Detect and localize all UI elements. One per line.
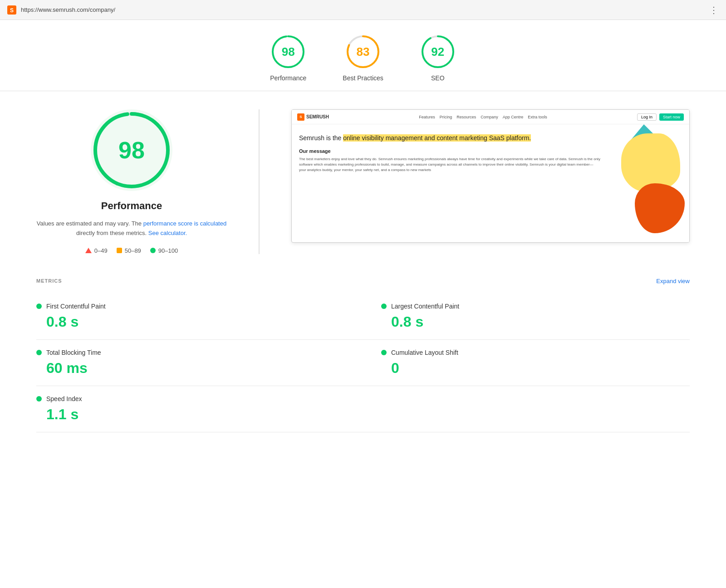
semrush-logo-text: SEMRUSH [306,114,329,119]
metrics-section: METRICS Expand view First Contentful Pai… [0,272,726,451]
metric-value-lcp: 0.8 s [381,314,682,330]
browser-bar-left: S https://www.semrush.com/company/ [7,5,115,15]
metric-value-fcp: 0.8 s [36,314,356,330]
metrics-header: METRICS Expand view [36,272,690,290]
score-value-best-practices: 83 [357,45,370,59]
big-score-value: 98 [118,137,145,164]
screenshot-subhead: Our message [299,148,600,154]
score-item-seo[interactable]: 92 SEO [420,34,456,82]
expand-view-button[interactable]: Expand view [656,278,690,284]
legend: 0–49 50–89 90–100 [85,247,178,254]
score-item-best-practices[interactable]: 83 Best Practices [343,34,383,82]
metric-name-lcp: Largest Contentful Paint [391,303,459,310]
metric-item-tbt: Total Blocking Time 60 ms [36,340,363,386]
score-item-performance[interactable]: 98 Performance [270,34,306,82]
metric-name-fcp: First Contentful Paint [46,303,106,310]
screenshot-topbar: S SEMRUSH Features Pricing Resources Com… [292,110,689,124]
score-value-performance: 98 [282,45,295,59]
browser-bar: S https://www.semrush.com/company/ ⋮ [0,0,726,20]
screenshot-login-btn: Log In [637,113,657,121]
right-panel: S SEMRUSH Features Pricing Resources Com… [291,109,690,243]
orange-square-icon [117,248,122,253]
score-circle-seo: 92 [420,34,456,70]
metric-value-cls: 0 [381,360,682,377]
metric-header-fcp: First Contentful Paint [36,303,356,310]
metric-dot-fcp [36,304,42,309]
highlight-text: online visibility management and content… [343,134,531,142]
main-content: 98 Performance Values are estimated and … [0,91,726,272]
panel-title: Performance [101,200,162,212]
green-circle-icon [150,248,156,253]
metric-dot-si [36,396,42,402]
see-calculator-link[interactable]: See calculator. [148,230,187,236]
screenshot-nav-links: Features Pricing Resources Company App C… [419,115,547,119]
score-label-performance: Performance [270,74,306,82]
panel-divider [259,109,260,254]
performance-score-link[interactable]: performance score is calculated [143,220,227,227]
red-triangle-icon [85,248,92,253]
metric-item-cls: Cumulative Layout Shift 0 [363,340,690,386]
metric-value-si: 1.1 s [36,406,356,423]
favicon-icon: S [7,5,16,15]
legend-item-orange: 50–89 [117,247,141,254]
metric-dot-cls [381,350,387,355]
screenshot-graphics [608,124,689,242]
legend-item-red: 0–49 [85,247,108,254]
legend-range-green: 90–100 [158,247,178,254]
metric-header-lcp: Largest Contentful Paint [381,303,682,310]
big-score-circle: 98 [91,109,172,191]
screenshot-logo: S SEMRUSH [297,113,329,121]
metric-value-tbt: 60 ms [36,360,356,377]
metric-dot-tbt [36,350,42,355]
metric-name-tbt: Total Blocking Time [46,349,101,356]
metric-header-tbt: Total Blocking Time [36,349,356,356]
metric-name-cls: Cumulative Layout Shift [391,349,458,356]
screenshot-body-text: The best marketers enjoy and love what t… [299,157,600,173]
score-label-seo: SEO [431,74,445,82]
panel-description: Values are estimated and may vary. The p… [36,219,227,238]
semrush-logo-icon: S [297,113,304,121]
browser-menu-icon[interactable]: ⋮ [709,5,719,15]
screenshot-start-btn: Start now [659,113,684,121]
legend-item-green: 90–100 [150,247,178,254]
metrics-label: METRICS [36,278,62,284]
metric-header-cls: Cumulative Layout Shift [381,349,682,356]
metric-header-si: Speed Index [36,395,356,402]
browser-url: https://www.semrush.com/company/ [21,6,115,13]
metrics-grid: First Contentful Paint 0.8 s Largest Con… [36,294,690,432]
legend-range-red: 0–49 [94,247,108,254]
metric-item-lcp: Largest Contentful Paint 0.8 s [363,294,690,340]
left-panel: 98 Performance Values are estimated and … [36,109,227,254]
orange-blob [635,183,685,233]
metric-dot-lcp [381,304,387,309]
screenshot-buttons: Log In Start now [637,113,684,121]
score-value-seo: 92 [431,45,444,59]
screenshot-frame: S SEMRUSH Features Pricing Resources Com… [291,109,690,243]
screenshot-body: Semrush is the online visibility managem… [292,124,689,242]
metric-item-empty [363,386,690,432]
metric-name-si: Speed Index [46,395,82,402]
metric-item-fcp: First Contentful Paint 0.8 s [36,294,363,340]
svg-text:S: S [10,7,14,14]
score-label-best-practices: Best Practices [343,74,383,82]
scores-section: 98 Performance 83 Best Practices 92 SEO [0,20,726,91]
legend-range-orange: 50–89 [125,247,141,254]
screenshot-text: Semrush is the online visibility managem… [292,124,608,242]
screenshot-headline: Semrush is the online visibility managem… [299,133,600,143]
score-circle-performance: 98 [270,34,306,70]
score-circle-best-practices: 83 [345,34,381,70]
metric-item-si: Speed Index 1.1 s [36,386,363,432]
